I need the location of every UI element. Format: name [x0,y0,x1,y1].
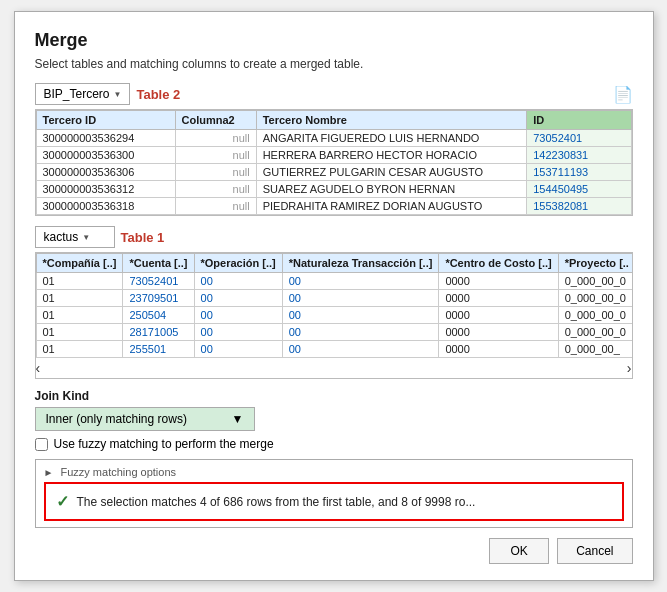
table2-dropdown[interactable]: BIP_Tercero ▼ [35,83,131,105]
col-tercero-nombre: Tercero Nombre [256,111,527,130]
cell-op: 00 [194,290,282,307]
table-row: 300000003536318 null PIEDRAHITA RAMIREZ … [36,198,631,215]
cell-proyecto: 0_000_00_0 [558,307,632,324]
table1-section: kactus ▼ Table 1 *Compañía [..] *Cuenta … [35,226,633,379]
table2-label: Table 2 [136,87,180,102]
table1-data: *Compañía [..] *Cuenta [..] *Operación [… [36,253,633,358]
table2-section: BIP_Tercero ▼ Table 2 Tercero ID Columna… [35,83,633,216]
cell-id: 73052401 [527,130,631,147]
cell-tercero-id: 300000003536294 [36,130,175,147]
cell-op: 00 [194,273,282,290]
cell-comp: 01 [36,324,123,341]
cell-id: 155382081 [527,198,631,215]
cell-cuenta: 23709501 [123,290,194,307]
table-row: 300000003536306 null GUTIERREZ PULGARIN … [36,164,631,181]
dialog-footer: OK Cancel [35,538,633,564]
cell-nombre: PIEDRAHITA RAMIREZ DORIAN AUGUSTO [256,198,527,215]
cell-nat: 00 [282,341,439,358]
table1-label: Table 1 [121,230,165,245]
cell-id: 153711193 [527,164,631,181]
check-icon: ✓ [56,492,69,511]
triangle-icon: ► [44,467,54,478]
cell-nat: 00 [282,324,439,341]
dialog-title: Merge [35,30,633,51]
join-label: Join Kind [35,389,633,403]
table-row: 01 250504 00 00 0000 0_000_00_0 [36,307,633,324]
cell-comp: 01 [36,273,123,290]
cell-tercero-id: 300000003536318 [36,198,175,215]
col-tercero-id: Tercero ID [36,111,175,130]
cell-id: 154450495 [527,181,631,198]
cell-proyecto: 0_000_00_0 [558,324,632,341]
chevron-down-icon: ▼ [114,90,122,99]
col-compania: *Compañía [..] [36,254,123,273]
table1-dropdown[interactable]: kactus ▼ [35,226,115,248]
col-id: ID [527,111,631,130]
cell-centro: 0000 [439,290,558,307]
cell-op: 00 [194,341,282,358]
cell-nat: 00 [282,290,439,307]
scroll-left-icon[interactable]: ‹ [36,360,41,376]
table1-header-row: kactus ▼ Table 1 [35,226,633,248]
table-row: 300000003536294 null ANGARITA FIGUEREDO … [36,130,631,147]
cell-col2: null [175,164,256,181]
fuzzy-section: ► Fuzzy matching options ✓ The selection… [35,459,633,528]
cell-centro: 0000 [439,273,558,290]
table-row: 01 255501 00 00 0000 0_000_00_ [36,341,633,358]
join-dropdown[interactable]: Inner (only matching rows) ▼ [35,407,255,431]
cell-col2: null [175,181,256,198]
result-box: ✓ The selection matches 4 of 686 rows fr… [44,482,624,521]
cell-cuenta: 73052401 [123,273,194,290]
cell-nat: 00 [282,273,439,290]
cell-centro: 0000 [439,341,558,358]
cell-op: 00 [194,324,282,341]
table-row: 01 28171005 00 00 0000 0_000_00_0 [36,324,633,341]
table-row: 300000003536300 null HERRERA BARRERO HEC… [36,147,631,164]
cell-nombre: SUAREZ AGUDELO BYRON HERNAN [256,181,527,198]
cell-col2: null [175,147,256,164]
table-row: 01 23709501 00 00 0000 0_000_00_0 [36,290,633,307]
cell-tercero-id: 300000003536306 [36,164,175,181]
join-section: Join Kind Inner (only matching rows) ▼ U… [35,389,633,451]
cell-proyecto: 0_000_00_0 [558,290,632,307]
col-centro-costo: *Centro de Costo [..] [439,254,558,273]
cell-centro: 0000 [439,307,558,324]
cell-proyecto: 0_000_00_0 [558,273,632,290]
col-columna2: Columna2 [175,111,256,130]
cell-nombre: GUTIERREZ PULGARIN CESAR AUGUSTO [256,164,527,181]
scroll-right-icon[interactable]: › [627,360,632,376]
fuzzy-checkbox-row: Use fuzzy matching to perform the merge [35,437,633,451]
cell-nombre: HERRERA BARRERO HECTOR HORACIO [256,147,527,164]
table2-data: Tercero ID Columna2 Tercero Nombre ID 30… [36,110,632,215]
col-proyecto: *Proyecto [.. [558,254,632,273]
cell-proyecto: 0_000_00_ [558,341,632,358]
result-text: The selection matches 4 of 686 rows from… [77,495,476,509]
cell-col2: null [175,130,256,147]
cell-cuenta: 28171005 [123,324,194,341]
cell-comp: 01 [36,341,123,358]
table-row: 01 73052401 00 00 0000 0_000_00_0 [36,273,633,290]
merge-dialog: Merge Select tables and matching columns… [14,11,654,581]
chevron-down-icon: ▼ [82,233,90,242]
table2-container: Tercero ID Columna2 Tercero Nombre ID 30… [35,109,633,216]
export-icon[interactable]: 📄 [613,85,633,104]
cell-id: 142230831 [527,147,631,164]
cell-nat: 00 [282,307,439,324]
cell-nombre: ANGARITA FIGUEREDO LUIS HERNANDO [256,130,527,147]
cell-tercero-id: 300000003536312 [36,181,175,198]
fuzzy-checkbox-label: Use fuzzy matching to perform the merge [54,437,274,451]
scroll-arrows: ‹ › [36,358,632,378]
fuzzy-checkbox[interactable] [35,438,48,451]
dialog-subtitle: Select tables and matching columns to cr… [35,57,633,71]
cell-comp: 01 [36,307,123,324]
cell-cuenta: 255501 [123,341,194,358]
col-naturaleza: *Naturaleza Transacción [..] [282,254,439,273]
fuzzy-title: ► Fuzzy matching options [44,466,624,478]
table1-container: *Compañía [..] *Cuenta [..] *Operación [… [35,252,633,379]
cancel-button[interactable]: Cancel [557,538,632,564]
cell-tercero-id: 300000003536300 [36,147,175,164]
chevron-down-icon: ▼ [232,412,244,426]
table-row: 300000003536312 null SUAREZ AGUDELO BYRO… [36,181,631,198]
ok-button[interactable]: OK [489,538,549,564]
cell-centro: 0000 [439,324,558,341]
